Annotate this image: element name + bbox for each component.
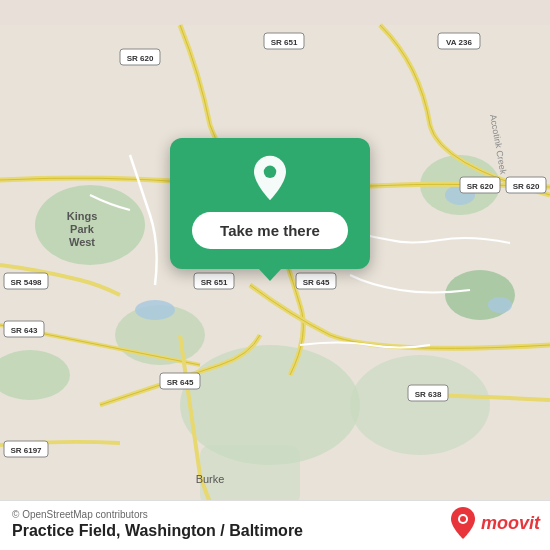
bottom-bar: © OpenStreetMap contributors Practice Fi… [0,500,550,550]
svg-point-41 [264,166,276,178]
moovit-logo: moovit [449,506,540,540]
svg-text:SR 645: SR 645 [303,278,330,287]
svg-text:Park: Park [70,223,95,235]
svg-text:SR 620: SR 620 [127,54,154,63]
svg-text:West: West [69,236,95,248]
svg-point-43 [460,516,466,522]
svg-text:SR 643: SR 643 [11,326,38,335]
svg-text:Burke: Burke [196,473,225,485]
svg-text:Kings: Kings [67,210,98,222]
svg-text:SR 5498: SR 5498 [10,278,42,287]
map-container: Accotink Creek [0,0,550,550]
moovit-brand-name: moovit [481,513,540,534]
svg-point-9 [135,300,175,320]
take-me-there-button[interactable]: Take me there [192,212,348,249]
svg-text:SR 6197: SR 6197 [10,446,42,455]
svg-text:SR 620: SR 620 [513,182,540,191]
svg-text:VA 236: VA 236 [446,38,472,47]
svg-text:SR 645: SR 645 [167,378,194,387]
svg-point-11 [488,297,512,313]
popup-card: Take me there [170,138,370,269]
svg-text:SR 620: SR 620 [467,182,494,191]
svg-text:SR 651: SR 651 [271,38,298,47]
svg-point-2 [350,355,490,455]
svg-point-5 [445,270,515,320]
location-pin-icon [246,154,294,202]
svg-text:SR 638: SR 638 [415,390,442,399]
moovit-pin-icon [449,506,477,540]
svg-text:SR 651: SR 651 [201,278,228,287]
